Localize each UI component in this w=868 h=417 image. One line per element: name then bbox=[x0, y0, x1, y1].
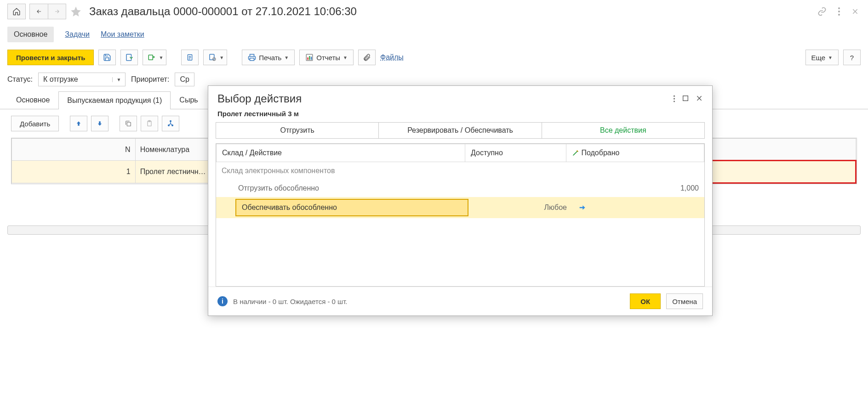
tab-main[interactable]: Основное bbox=[7, 91, 58, 109]
status-label: Статус: bbox=[7, 75, 33, 84]
more-vertical-icon[interactable] bbox=[836, 5, 842, 18]
copy-icon bbox=[125, 120, 132, 127]
status-select[interactable]: К отгрузке ▼ bbox=[38, 73, 126, 86]
paperclip-icon bbox=[363, 53, 371, 62]
svg-point-17 bbox=[168, 125, 170, 126]
svg-rect-8 bbox=[250, 58, 254, 61]
pencil-icon bbox=[572, 149, 579, 157]
nav-notes[interactable]: Мои заметки bbox=[101, 30, 144, 39]
priority-label: Приоритет: bbox=[131, 75, 169, 84]
modal-action-row-selected[interactable]: Обеспечивать обособленно Любое bbox=[216, 197, 704, 218]
help-button[interactable]: ? bbox=[843, 50, 861, 65]
print-button[interactable]: Печать ▼ bbox=[242, 50, 295, 65]
modal-tab-ship[interactable]: Отгрузить bbox=[216, 123, 379, 138]
distribute-button[interactable] bbox=[162, 116, 179, 131]
caret-down-icon: ▼ bbox=[343, 55, 348, 60]
save-icon bbox=[103, 53, 111, 62]
home-button[interactable] bbox=[7, 4, 26, 19]
modal-tab-reserve[interactable]: Резервировать / Обеспечивать bbox=[379, 123, 542, 138]
svg-rect-11 bbox=[309, 56, 310, 60]
reports-label: Отчеты bbox=[316, 54, 340, 62]
back-button[interactable] bbox=[29, 4, 48, 19]
more-label: Еще bbox=[811, 54, 826, 62]
create-based-button[interactable]: ▼ bbox=[143, 50, 166, 65]
status-value: К отгрузке bbox=[39, 75, 112, 84]
more-vertical-icon[interactable] bbox=[673, 95, 675, 103]
svg-rect-10 bbox=[308, 57, 308, 60]
move-down-button[interactable] bbox=[91, 116, 108, 131]
caret-down-icon: ▼ bbox=[112, 77, 125, 82]
post-icon bbox=[125, 53, 133, 62]
doc-button-2[interactable]: ▼ bbox=[203, 50, 227, 65]
modal-tab-all[interactable]: Все действия bbox=[542, 123, 704, 138]
caret-down-icon: ▼ bbox=[219, 55, 224, 60]
nav-tasks[interactable]: Задачи bbox=[65, 30, 90, 39]
document-gear-icon bbox=[208, 53, 217, 62]
modal-col-picked: Подобрано bbox=[566, 144, 704, 162]
svg-rect-13 bbox=[127, 122, 131, 126]
modal-action-row[interactable]: Отгрузить обособленно 1,000 bbox=[216, 180, 704, 197]
svg-point-19 bbox=[674, 96, 675, 97]
home-icon bbox=[12, 7, 21, 16]
page-title: Заказ давальца 0000-000001 от 27.10.2021… bbox=[89, 5, 812, 18]
priority-select[interactable]: Ср bbox=[175, 73, 194, 86]
selected-action-cell[interactable]: Обеспечивать обособленно bbox=[235, 199, 468, 216]
add-button[interactable]: Добавить bbox=[11, 116, 59, 131]
modal-group-row: Склад электронных компонентов bbox=[216, 162, 704, 180]
arrow-right-blue-icon[interactable] bbox=[578, 204, 586, 211]
doc-button-1[interactable] bbox=[181, 50, 199, 65]
svg-point-2 bbox=[838, 14, 840, 16]
save-button[interactable] bbox=[98, 50, 116, 65]
arrow-left-icon bbox=[35, 8, 43, 15]
files-link[interactable]: Файлы bbox=[380, 53, 404, 62]
svg-rect-22 bbox=[683, 96, 688, 101]
paste-icon bbox=[146, 120, 153, 127]
distribute-icon bbox=[167, 120, 174, 127]
create-based-icon bbox=[148, 53, 156, 62]
post-and-close-button[interactable]: Провести и закрыть bbox=[7, 50, 94, 65]
move-up-button[interactable] bbox=[70, 116, 87, 131]
arrow-down-icon bbox=[97, 120, 103, 127]
tab-products[interactable]: Выпускаемая продукция (1) bbox=[58, 91, 171, 109]
forward-button[interactable] bbox=[48, 4, 66, 19]
paste-button[interactable] bbox=[141, 116, 158, 131]
svg-point-21 bbox=[674, 101, 675, 102]
svg-point-16 bbox=[170, 120, 171, 122]
copy-button[interactable] bbox=[120, 116, 137, 131]
post-button[interactable] bbox=[120, 50, 138, 65]
nav-main[interactable]: Основное bbox=[7, 27, 54, 42]
document-icon bbox=[186, 53, 194, 62]
caret-down-icon: ▼ bbox=[159, 55, 163, 60]
maximize-icon[interactable] bbox=[682, 95, 689, 103]
priority-value: Ср bbox=[175, 75, 194, 84]
modal-col-warehouse-action: Склад / Действие bbox=[217, 144, 465, 162]
svg-rect-12 bbox=[311, 57, 312, 60]
svg-point-0 bbox=[838, 7, 840, 9]
choose-action-modal: Выбор действия Пролет лестничный 3 м Отг… bbox=[208, 85, 713, 240]
reports-button[interactable]: Отчеты ▼ bbox=[299, 50, 354, 65]
arrow-right-icon bbox=[53, 8, 61, 15]
modal-col-available: Доступно bbox=[465, 144, 566, 162]
close-icon[interactable] bbox=[696, 95, 703, 103]
caret-down-icon: ▼ bbox=[828, 55, 833, 60]
svg-rect-4 bbox=[149, 55, 153, 60]
close-icon[interactable] bbox=[850, 6, 861, 17]
caret-down-icon: ▼ bbox=[284, 55, 289, 60]
svg-point-20 bbox=[674, 98, 675, 99]
reports-icon bbox=[305, 53, 314, 62]
print-label: Печать bbox=[259, 54, 281, 62]
svg-point-1 bbox=[838, 11, 840, 12]
col-n: N bbox=[12, 139, 136, 161]
more-button[interactable]: Еще ▼ bbox=[805, 50, 839, 65]
arrow-up-icon bbox=[75, 120, 82, 127]
modal-subtitle: Пролет лестничный 3 м bbox=[208, 108, 712, 122]
link-icon[interactable] bbox=[816, 5, 828, 18]
cell-n: 1 bbox=[12, 161, 136, 183]
svg-rect-6 bbox=[210, 54, 214, 60]
tab-raw[interactable]: Сырь bbox=[171, 91, 206, 109]
attach-button[interactable] bbox=[358, 50, 376, 65]
svg-point-18 bbox=[172, 125, 173, 126]
printer-icon bbox=[248, 53, 256, 62]
favorite-star-icon[interactable] bbox=[70, 6, 82, 17]
modal-title: Выбор действия bbox=[217, 92, 673, 105]
